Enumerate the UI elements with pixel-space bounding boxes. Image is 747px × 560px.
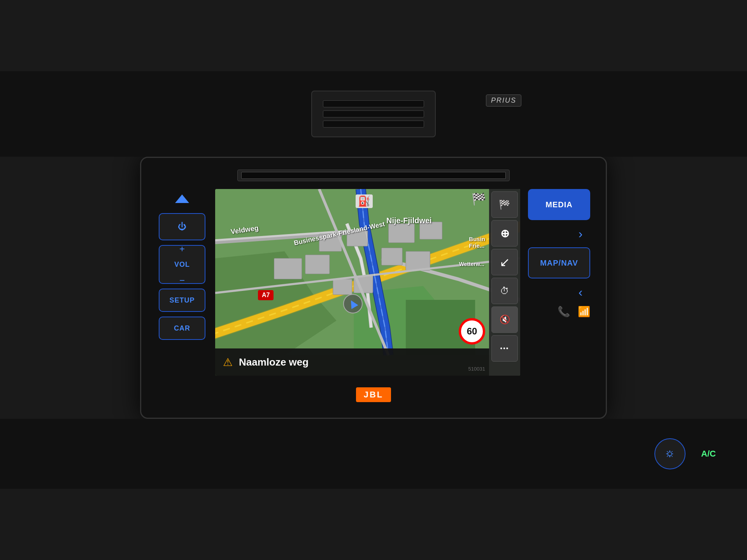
current-road-label: Naamloze weg — [239, 356, 309, 368]
right-nav-row-2: ‹ — [528, 282, 590, 302]
more-button[interactable]: ••• — [491, 335, 518, 362]
arrow-left-1[interactable]: ‹ — [571, 282, 590, 302]
car-position-indicator — [343, 294, 363, 313]
map-wrapper: Veldweg Businesspark-Friesland-West Nije… — [215, 189, 520, 376]
bottom-icon-1: ⛭ — [665, 448, 675, 460]
vent-slot-3 — [323, 121, 424, 128]
destination-flag-icon: 🏁 — [472, 192, 486, 206]
eject-button[interactable] — [167, 189, 198, 208]
svg-rect-13 — [406, 251, 430, 270]
zoom-button[interactable]: ⊕ — [491, 220, 518, 247]
map-nav-button[interactable]: MAP/NAV — [528, 247, 590, 278]
mute-button[interactable]: 🔇 — [491, 306, 518, 333]
svg-rect-9 — [347, 231, 368, 246]
svg-rect-7 — [305, 255, 330, 274]
cd-slot-inner — [241, 172, 506, 179]
vol-plus-icon: + — [179, 243, 185, 254]
power-button[interactable]: ⏻ — [159, 213, 205, 240]
vol-label: VOL — [174, 261, 190, 269]
version-text: 510031 — [468, 366, 485, 372]
cd-slot[interactable] — [237, 170, 510, 181]
volume-button[interactable]: + VOL − — [159, 245, 205, 284]
car-circle — [343, 294, 363, 313]
setup-button[interactable]: SETUP — [159, 289, 205, 312]
top-vent-area: PRIUS — [0, 71, 747, 157]
cd-slot-row — [157, 170, 590, 181]
brand-badge: PRIUS — [486, 94, 521, 107]
wifi-icon[interactable]: 📶 — [578, 306, 590, 318]
fuel-icon: ⛽ — [356, 194, 373, 208]
head-unit: ⏻ + VOL − SETUP CAR — [140, 157, 607, 419]
bottom-btn-1[interactable]: ⛭ — [654, 438, 686, 469]
destination-button[interactable]: 🏁 — [491, 191, 518, 218]
arrow-right-1[interactable]: › — [571, 224, 590, 243]
motorway-a7-badge: A7 — [258, 290, 274, 300]
svg-rect-10 — [388, 224, 414, 243]
car-direction-arrow — [348, 298, 358, 309]
left-buttons: ⏻ + VOL − SETUP CAR — [157, 189, 207, 376]
navigation-status-bar: ⚠ Naamloze weg — [215, 348, 489, 376]
svg-rect-6 — [274, 258, 302, 279]
car-label: CAR — [174, 324, 190, 332]
vent-slot-1 — [323, 100, 424, 107]
setup-label: SETUP — [169, 296, 195, 304]
media-button[interactable]: MEDIA — [528, 189, 590, 220]
controls-row: ⏻ + VOL − SETUP CAR — [157, 189, 590, 376]
bottom-strip: ⛭ A/C — [0, 419, 747, 489]
eject-icon — [175, 194, 189, 203]
center-vent — [311, 91, 436, 137]
svg-rect-12 — [382, 248, 402, 265]
phone-wifi-row: 📞 📶 — [528, 306, 590, 318]
svg-rect-11 — [420, 222, 442, 240]
map-control-buttons: 🏁 ⊕ ↙ ⏱ 🔇 ••• — [489, 189, 520, 376]
route-back-button[interactable]: ↙ — [491, 249, 518, 275]
right-nav-row-1: › — [528, 224, 590, 243]
map-display[interactable]: Veldweg Businesspark-Friesland-West Nije… — [215, 189, 520, 376]
vol-minus-icon: − — [179, 275, 185, 286]
jbl-badge: JBL — [356, 387, 391, 402]
power-icon: ⏻ — [178, 222, 186, 232]
time-button[interactable]: ⏱ — [491, 278, 518, 304]
svg-rect-14 — [333, 279, 352, 295]
vent-slot-2 — [323, 110, 424, 117]
right-panel: MEDIA › MAP/NAV ‹ 📞 📶 — [528, 189, 590, 376]
warning-icon: ⚠ — [223, 356, 233, 369]
jbl-row: JBL — [157, 387, 590, 402]
phone-icon[interactable]: 📞 — [558, 306, 570, 318]
ac-label: A/C — [701, 449, 716, 459]
speed-limit-sign: 60 — [459, 318, 485, 345]
car-button[interactable]: CAR — [159, 317, 205, 340]
